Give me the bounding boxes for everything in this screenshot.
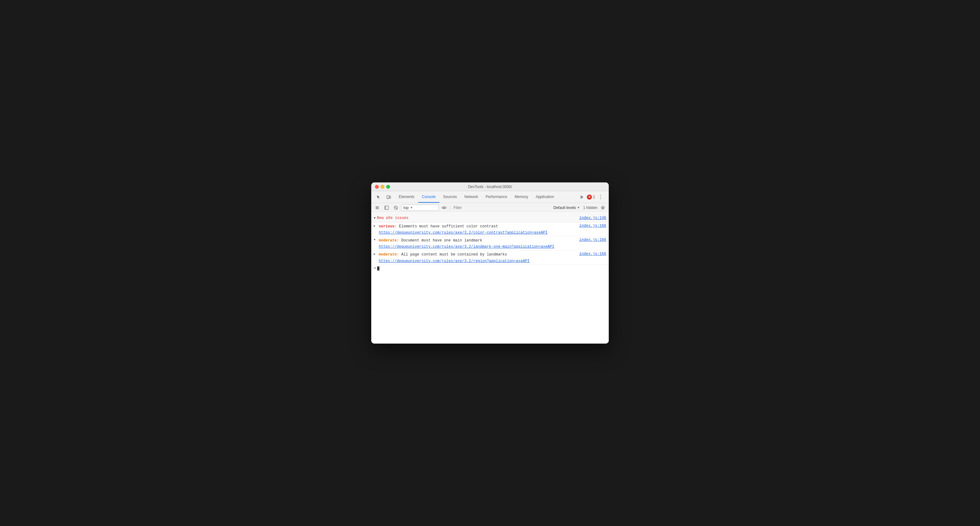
device-toolbar-button[interactable]	[384, 193, 393, 202]
block-icon	[394, 205, 398, 210]
svg-rect-5	[375, 208, 379, 209]
log-entry-inner-3: moderate: All page content must be conta…	[379, 252, 606, 263]
input-chevron-icon: >	[374, 266, 376, 270]
log-entry-header-1: serious: Elements must have sufficient c…	[379, 224, 606, 230]
inspect-element-button[interactable]	[374, 193, 383, 202]
title-bar: DevTools - localhost:3000/	[371, 183, 609, 191]
log-entry-header-3: moderate: All page content must be conta…	[379, 252, 606, 258]
section-header-left: ▼ New aXe issues	[374, 216, 409, 220]
axe-section-header: ▼ New aXe issues index.js:146	[371, 214, 609, 222]
device-icon	[387, 195, 391, 199]
tab-bar-icons	[372, 191, 395, 203]
tab-sources[interactable]: Sources	[439, 191, 461, 203]
entry-severity-3: moderate:	[379, 253, 399, 257]
hidden-count: 1 hidden	[583, 205, 598, 210]
log-entry-inner-2: moderate: Document must have one main la…	[379, 238, 606, 249]
tab-bar-right: ✕ 2 ⋮	[574, 191, 608, 203]
levels-selector[interactable]: Default levels ▼	[552, 205, 582, 211]
gear-icon	[601, 205, 605, 210]
tab-elements[interactable]: Elements	[395, 191, 418, 203]
error-count: 2	[593, 195, 595, 199]
show-sidebar-button[interactable]	[382, 203, 391, 212]
svg-rect-1	[390, 196, 391, 198]
clear-console-button[interactable]	[373, 203, 381, 212]
svg-rect-3	[375, 207, 379, 207]
entry-toggle-2[interactable]: ▼	[374, 238, 375, 242]
svg-rect-6	[385, 206, 388, 210]
section-title: New aXe issues	[377, 216, 409, 220]
live-expression-button[interactable]	[440, 203, 448, 212]
window-title: DevTools - localhost:3000/	[468, 184, 512, 189]
console-settings-button[interactable]	[599, 203, 607, 212]
log-entry-2: ▼ moderate: Document must have one main …	[371, 237, 609, 251]
entry-text-1: serious: Elements must have sufficient c…	[379, 224, 576, 230]
context-selector[interactable]: top ▼	[401, 205, 439, 211]
entry-text-2: moderate: Document must have one main la…	[379, 238, 576, 244]
context-value: top	[403, 205, 409, 210]
disable-network-button[interactable]	[392, 203, 400, 212]
tab-application[interactable]: Application	[532, 191, 558, 203]
entry-severity-1: serious:	[379, 224, 397, 229]
error-badge[interactable]: ✕ 2	[587, 195, 595, 200]
entry-file-ref-1[interactable]: index.js:166	[579, 224, 606, 228]
entry-link-2[interactable]: https://dequeuniversity.com/rules/axe/3.…	[379, 245, 606, 249]
svg-point-11	[602, 207, 604, 208]
more-tabs-button[interactable]	[577, 193, 585, 202]
error-icon: ✕	[587, 195, 592, 200]
section-toggle-button[interactable]: ▼	[374, 216, 375, 220]
log-entry-1: ▶ serious: Elements must have sufficient…	[371, 222, 609, 237]
svg-rect-4	[375, 207, 379, 208]
more-menu-button[interactable]: ⋮	[596, 194, 605, 200]
chevron-right-icon	[579, 195, 584, 199]
tab-console[interactable]: Console	[418, 191, 439, 203]
sidebar-icon	[384, 205, 389, 210]
log-entry-inner-1: serious: Elements must have sufficient c…	[379, 224, 606, 235]
devtools-window: DevTools - localhost:3000/ Elements	[371, 183, 609, 343]
tab-performance[interactable]: Performance	[482, 191, 511, 203]
maximize-button[interactable]	[386, 185, 390, 189]
console-content: ▼ New aXe issues index.js:146 ▶ serious:…	[371, 212, 609, 343]
cursor	[377, 266, 379, 270]
entry-file-ref-3[interactable]: index.js:166	[579, 252, 606, 256]
filter-separator	[450, 205, 450, 211]
tab-memory[interactable]: Memory	[511, 191, 532, 203]
log-entry-header-2: moderate: Document must have one main la…	[379, 238, 606, 244]
minimize-button[interactable]	[380, 185, 384, 189]
svg-point-10	[444, 207, 445, 208]
tab-network[interactable]: Network	[461, 191, 482, 203]
console-input-line: >	[371, 265, 609, 272]
context-arrow-icon: ▼	[410, 206, 413, 209]
console-toolbar: top ▼ Default levels ▼ 1 hidden	[371, 203, 609, 212]
entry-link-3[interactable]: https://dequeuniversity.com/rules/axe/3.…	[379, 259, 606, 263]
entry-toggle-3[interactable]: ▶	[374, 253, 375, 256]
eye-icon	[442, 206, 447, 210]
log-entry-3: ▶ moderate: All page content must be con…	[371, 251, 609, 265]
entry-link-1[interactable]: https://dequeuniversity.com/rules/axe/3.…	[379, 230, 606, 235]
clear-icon	[375, 205, 379, 210]
console-toolbar-left	[373, 203, 400, 212]
filter-input[interactable]	[452, 205, 550, 210]
levels-arrow-icon: ▼	[577, 206, 580, 209]
cursor-icon	[377, 195, 381, 199]
entry-file-ref-2[interactable]: index.js:166	[579, 238, 606, 242]
tab-bar: Elements Console Sources Network Perform…	[371, 191, 609, 203]
section-file-ref[interactable]: index.js:146	[579, 216, 606, 220]
close-button[interactable]	[375, 185, 379, 189]
svg-line-9	[395, 207, 397, 209]
traffic-lights	[375, 185, 390, 189]
levels-label: Default levels	[554, 205, 576, 210]
entry-text-3: moderate: All page content must be conta…	[379, 252, 576, 258]
entry-severity-2: moderate:	[379, 238, 399, 243]
entry-toggle-1[interactable]: ▶	[374, 224, 375, 228]
